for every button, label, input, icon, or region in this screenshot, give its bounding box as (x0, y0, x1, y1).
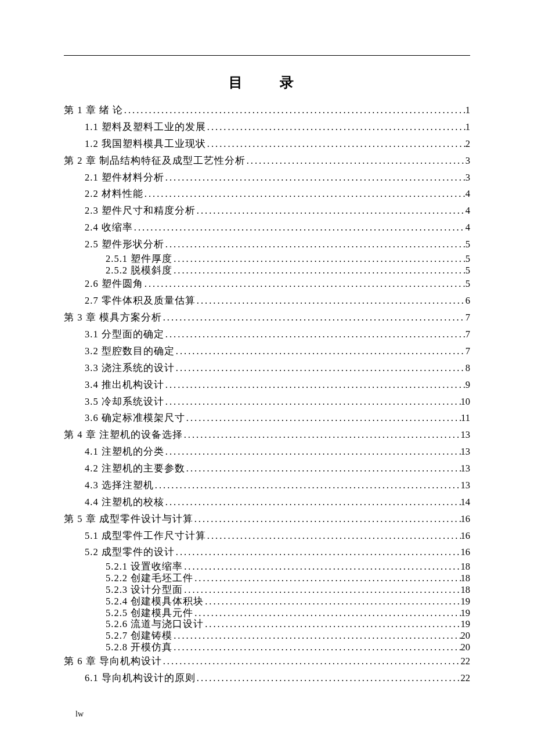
toc-entry: 第 1 章 绪 论1 (64, 102, 470, 119)
toc-leader-dots (172, 642, 460, 653)
toc-entry: 2.5.1 塑件厚度5 (64, 253, 470, 265)
toc-entry: 5.2.8 开模仿真20 (64, 642, 470, 653)
toc-entry-label: 3.3 浇注系统的设计 (85, 360, 175, 377)
top-rule (64, 55, 470, 56)
toc-leader-dots (175, 360, 466, 377)
toc-leader-dots (164, 394, 461, 411)
toc-entry: 3.5 冷却系统设计10 (64, 394, 470, 411)
toc-entry-page: 4 (466, 186, 470, 203)
toc-entry: 3.6 确定标准模架尺寸11 (64, 410, 470, 427)
toc-leader-dots (204, 618, 460, 630)
toc-entry-page: 18 (461, 573, 471, 584)
toc-entry: 4.4 注塑机的校核14 (64, 494, 470, 511)
toc-entry-label: 5.1 成型零件工作尺寸计算 (85, 528, 206, 545)
toc-entry: 1.1 塑料及塑料工业的发展1 (64, 119, 470, 136)
toc-entry-label: 5.2.8 开模仿真 (106, 642, 172, 653)
toc-leader-dots (162, 309, 466, 326)
toc-entry-label: 4.2 注塑机的主要参数 (85, 460, 185, 477)
toc-entry: 5.2.3 设计分型面18 (64, 584, 470, 596)
toc-entry-page: 13 (461, 477, 471, 494)
toc-entry: 3.2 型腔数目的确定7 (64, 343, 470, 360)
toc-leader-dots (164, 494, 461, 511)
toc-entry-label: 2.5 塑件形状分析 (85, 236, 164, 253)
toc-entry: 3.1 分型面的确定7 (64, 326, 470, 343)
toc-entry-page: 7 (466, 326, 470, 343)
toc-entry: 1.2 我国塑料模具工业现状2 (64, 136, 470, 153)
toc-leader-dots (206, 528, 461, 545)
toc-entry-label: 6.1 导向机构设计的原则 (85, 670, 196, 687)
toc-entry-page: 14 (461, 494, 471, 511)
toc-leader-dots (193, 511, 461, 528)
toc-entry-label: 2.3 塑件尺寸和精度分析 (85, 203, 196, 219)
toc-entry: 2.3 塑件尺寸和精度分析4 (64, 203, 470, 219)
toc-entry: 5.2.4 创建模具体积块19 (64, 596, 470, 607)
toc-entry-label: 3.1 分型面的确定 (85, 326, 164, 343)
toc-entry-page: 19 (461, 596, 471, 607)
toc-entry-label: 5.2.1 设置收缩率 (106, 561, 183, 573)
toc-entry-page: 20 (461, 630, 471, 642)
toc-leader-dots (143, 276, 466, 293)
toc-entry-label: 5.2.6 流道与浇口设计 (106, 618, 204, 630)
toc-entry-page: 11 (461, 410, 470, 427)
toc-entry-label: 3.6 确定标准模架尺寸 (85, 410, 185, 427)
toc-leader-dots (196, 293, 466, 309)
toc-entry: 2.2 材料性能4 (64, 186, 470, 203)
toc-leader-dots (206, 119, 466, 136)
toc-entry: 4.2 注塑机的主要参数13 (64, 460, 470, 477)
toc-leader-dots (193, 573, 460, 584)
toc-entry-label: 5.2.2 创建毛坯工件 (106, 573, 193, 584)
toc-entry: 6.1 导向机构设计的原则22 (64, 670, 470, 687)
toc-entry: 5.1 成型零件工作尺寸计算16 (64, 528, 470, 545)
toc-entry-page: 22 (461, 653, 471, 670)
toc-entry-label: 第 6 章 导向机构设计 (64, 653, 162, 670)
toc-entry-page: 5 (466, 265, 470, 276)
toc-entry-label: 第 5 章 成型零件设计与计算 (64, 511, 193, 528)
toc-entry-page: 16 (461, 544, 471, 561)
toc-entry-page: 3 (466, 153, 470, 170)
toc-entry-label: 2.6 塑件圆角 (85, 276, 143, 293)
toc-entry-page: 20 (461, 642, 471, 653)
toc-leader-dots (154, 477, 461, 494)
toc-entry-label: 3.2 型腔数目的确定 (85, 343, 175, 360)
toc-entry-label: 5.2.7 创建铸模 (106, 630, 172, 642)
toc-leader-dots (164, 170, 466, 186)
toc-entry-page: 4 (466, 203, 470, 219)
toc-entry-label: 4.1 注塑机的分类 (85, 444, 164, 460)
toc-entry-label: 4.4 注塑机的校核 (85, 494, 164, 511)
toc-leader-dots (172, 630, 460, 642)
toc-leader-dots (164, 236, 466, 253)
toc-entry: 5.2.5 创建模具元件19 (64, 607, 470, 619)
toc-leader-dots (162, 653, 461, 670)
toc-entry-page: 13 (461, 427, 471, 444)
toc-entry: 2.6 塑件圆角5 (64, 276, 470, 293)
toc-entry-label: 第 1 章 绪 论 (64, 102, 123, 119)
toc-entry-page: 22 (461, 670, 471, 687)
table-of-contents: 第 1 章 绪 论11.1 塑料及塑料工业的发展11.2 我国塑料模具工业现状2… (64, 102, 470, 686)
toc-entry-label: 3.5 冷却系统设计 (85, 394, 164, 411)
toc-leader-dots (183, 561, 460, 573)
toc-title: 目 录 (64, 73, 470, 92)
toc-leader-dots (183, 584, 460, 596)
toc-entry-label: 第 4 章 注塑机的设备选择 (64, 427, 183, 444)
toc-leader-dots (175, 343, 466, 360)
toc-entry-label: 2.4 收缩率 (85, 219, 133, 236)
toc-entry: 2.4 收缩率4 (64, 219, 470, 236)
toc-entry: 2.1 塑件材料分析3 (64, 170, 470, 186)
toc-entry: 第 5 章 成型零件设计与计算16 (64, 511, 470, 528)
toc-entry-page: 5 (466, 276, 470, 293)
toc-leader-dots (164, 444, 461, 460)
toc-leader-dots (172, 253, 466, 265)
toc-entry: 2.7 零件体积及质量估算6 (64, 293, 470, 309)
toc-entry-page: 16 (461, 528, 471, 545)
toc-leader-dots (193, 607, 460, 619)
toc-leader-dots (196, 670, 461, 687)
toc-leader-dots (246, 153, 466, 170)
toc-entry-label: 2.7 零件体积及质量估算 (85, 293, 196, 309)
toc-entry-page: 4 (466, 219, 470, 236)
toc-entry: 2.5 塑件形状分析5 (64, 236, 470, 253)
toc-entry-page: 13 (461, 460, 471, 477)
toc-entry-label: 5.2.5 创建模具元件 (106, 607, 193, 619)
toc-entry-label: 2.2 材料性能 (85, 186, 143, 203)
toc-entry-label: 5.2 成型零件的设计 (85, 544, 175, 561)
toc-leader-dots (196, 203, 466, 219)
